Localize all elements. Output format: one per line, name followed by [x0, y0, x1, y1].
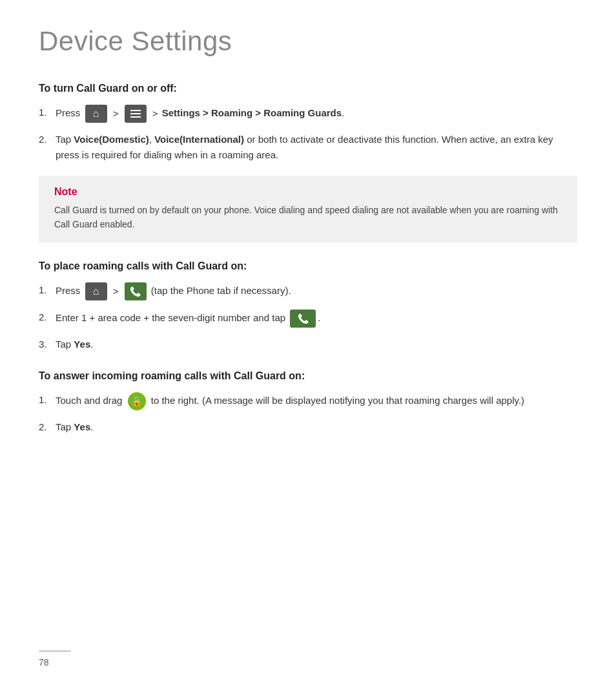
step-2-3: 3. Tap Yes.	[39, 337, 577, 352]
home-icon	[85, 105, 107, 123]
home-icon	[85, 282, 107, 300]
call-button-icon	[290, 310, 316, 328]
note-label: Note	[54, 186, 564, 198]
phone-icon	[125, 282, 147, 300]
step-content: Press > (tap the Phone tab if necessary)…	[56, 282, 577, 300]
yes-label: Yes	[74, 339, 90, 350]
section-turn-call-guard: To turn Call Guard on or off: 1. Press >…	[39, 83, 577, 163]
step-content: Enter 1 + area code + the seven-digit nu…	[56, 310, 577, 328]
step-content: Tap Voice(Domestic), Voice(International…	[56, 132, 577, 163]
settings-path: Settings > Roaming > Roaming Guards	[162, 107, 342, 118]
section-heading-2: To place roaming calls with Call Guard o…	[39, 260, 577, 272]
step-number: 2.	[39, 132, 52, 147]
page-title: Device Settings	[39, 26, 577, 57]
yes-label: Yes	[74, 421, 90, 432]
section-place-roaming-calls: To place roaming calls with Call Guard o…	[39, 260, 577, 352]
step-number: 1.	[39, 392, 52, 408]
step-content: Tap Yes.	[56, 337, 577, 352]
step-number: 3.	[39, 337, 52, 352]
step-1-1: 1. Press > > Settings > Roaming > Roamin…	[39, 105, 577, 123]
step-2-1: 1. Press > (tap the Phone tab if necessa…	[39, 282, 577, 300]
step-content: Tap Yes.	[56, 419, 577, 435]
voice-domestic-label: Voice(Domestic)	[74, 134, 149, 145]
step-3-2: 2. Tap Yes.	[39, 419, 577, 435]
step-number: 2.	[39, 419, 52, 435]
step-number: 1.	[39, 105, 52, 120]
step-3-1: 1. Touch and drag to the right. (A messa…	[39, 392, 577, 410]
lock-icon	[128, 392, 146, 410]
page-number: 78	[39, 657, 49, 668]
note-box: Note Call Guard is turned on by default …	[39, 176, 577, 242]
step-1-2: 2. Tap Voice(Domestic), Voice(Internatio…	[39, 132, 577, 163]
step-2-2: 2. Enter 1 + area code + the seven-digit…	[39, 310, 577, 328]
section-heading-3: To answer incoming roaming calls with Ca…	[39, 370, 577, 382]
voice-international-label: Voice(International)	[154, 134, 244, 145]
section-answer-roaming-calls: To answer incoming roaming calls with Ca…	[39, 370, 577, 435]
footer-divider	[39, 651, 71, 651]
step-content: Touch and drag to the right. (A message …	[56, 392, 577, 410]
section-heading-1: To turn Call Guard on or off:	[39, 83, 577, 94]
note-text: Call Guard is turned on by default on yo…	[54, 203, 564, 232]
page-footer: 78	[39, 651, 577, 668]
step-number: 1.	[39, 282, 52, 298]
menu-icon	[125, 105, 147, 123]
step-number: 2.	[39, 310, 52, 325]
step-content: Press > > Settings > Roaming > Roaming G…	[56, 105, 577, 123]
